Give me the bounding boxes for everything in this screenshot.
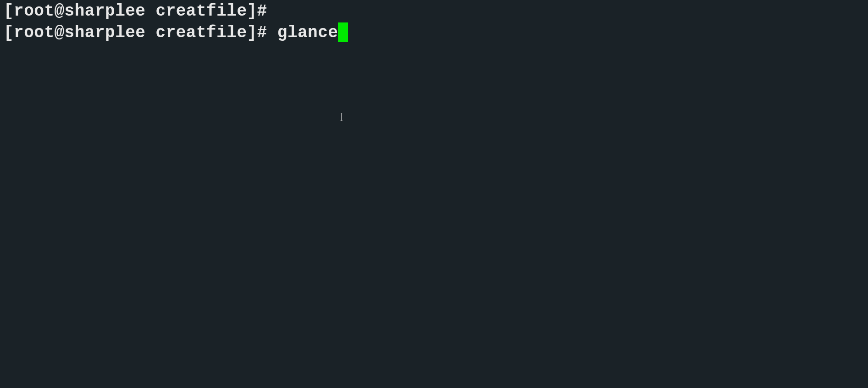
terminal-line-2[interactable]: [root@sharplee creatfile]# glance (4, 22, 864, 44)
mouse-text-cursor-icon (341, 113, 342, 121)
shell-prompt: [root@sharplee creatfile]# (4, 1, 277, 22)
terminal-cursor (338, 22, 348, 42)
command-input[interactable]: glance (277, 22, 338, 44)
terminal-line-1: [root@sharplee creatfile]# (4, 1, 864, 22)
shell-prompt: [root@sharplee creatfile]# (4, 22, 277, 44)
